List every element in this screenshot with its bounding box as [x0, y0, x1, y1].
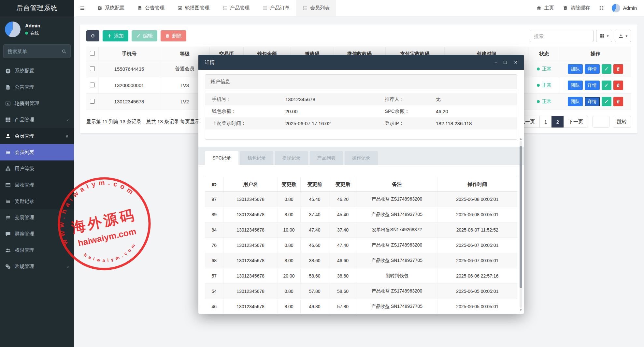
sidebar-menu-item[interactable]: 权限管理 [0, 242, 74, 258]
column-header[interactable]: 手机号 [98, 47, 160, 61]
expand-icon [599, 6, 604, 10]
detail-button[interactable]: 详情 [585, 81, 600, 90]
top-nav-item[interactable]: 系统配置 [91, 0, 131, 16]
detail-button[interactable]: 详情 [585, 64, 600, 74]
page-number-button[interactable]: 2 [551, 116, 564, 128]
minimize-icon[interactable]: – [494, 60, 497, 65]
sidebar-menu-item[interactable]: 轮播图管理 [0, 95, 74, 112]
user-menu[interactable]: Admin [608, 4, 640, 12]
edit-row-button[interactable] [602, 97, 611, 106]
sidebar-search-input[interactable] [7, 49, 62, 54]
row-checkbox[interactable] [90, 83, 95, 87]
fullscreen-button[interactable] [594, 6, 608, 10]
menu-item-icon [5, 199, 11, 204]
sidebar-menu-item[interactable]: 系统配置 [0, 63, 74, 79]
info-value: 46.20 [436, 109, 517, 114]
info-label: 上次登录时间： [212, 120, 285, 127]
sidebar-menu-item[interactable]: 奖励记录 [0, 193, 74, 209]
column-header[interactable]: 状态 [529, 47, 560, 61]
sidebar-menu-item[interactable]: 会员管理 ∨ [0, 128, 74, 144]
pagination: 上一页 12 下一页 跳转 [515, 116, 631, 128]
sidebar-menu-item[interactable]: 交易管理 [0, 209, 74, 226]
nav-item-icon [137, 6, 142, 10]
delete-row-button[interactable] [613, 64, 623, 74]
record-remark-cell: 产品收益 ZS1748963200 [357, 284, 437, 299]
phone-cell: 13012345678 [98, 94, 160, 110]
edit-row-button[interactable] [602, 64, 611, 74]
team-button[interactable]: 团队 [568, 64, 583, 74]
close-icon[interactable]: × [514, 59, 517, 66]
team-button[interactable]: 团队 [568, 81, 583, 90]
jump-button[interactable]: 跳转 [613, 116, 631, 128]
team-button[interactable]: 团队 [568, 97, 583, 106]
column-header[interactable]: 操作 [560, 47, 631, 61]
nav-item-label: 公告管理 [145, 5, 165, 11]
sidebar-menu-item[interactable]: 回收管理 [0, 177, 74, 193]
modal-scrollbar[interactable]: ▲ ▼ [519, 137, 523, 312]
page-number-button[interactable]: 1 [539, 116, 552, 128]
menu-item-label: 会员列表 [15, 149, 34, 156]
sidebar-menu-item[interactable]: 用户等级 [0, 160, 74, 177]
maximize-icon[interactable] [504, 61, 507, 64]
export-dropdown-button[interactable]: ▾ [615, 30, 631, 42]
clear-cache-link[interactable]: 清除缓存 [558, 5, 594, 11]
edit-row-button[interactable] [602, 81, 611, 90]
top-nav-item[interactable]: 会员列表 [296, 0, 336, 16]
sidebar-menu-item[interactable]: 公告管理 [0, 79, 74, 95]
top-nav-item[interactable]: 产品管理 [216, 0, 256, 16]
record-change-cell: 20.00 [278, 268, 300, 284]
status-dot-icon [537, 100, 540, 103]
edit-button[interactable]: 编辑 [132, 30, 157, 41]
home-link[interactable]: 主页 [532, 5, 558, 11]
sidebar-toggle-button[interactable] [74, 0, 91, 16]
scroll-down-icon[interactable]: ▼ [519, 309, 523, 312]
scrollbar-thumb[interactable] [520, 146, 522, 288]
next-page-button[interactable]: 下一页 [564, 116, 588, 128]
record-before-cell: 58.60 [300, 268, 329, 284]
sidebar-menu-item[interactable]: 群聊管理 [0, 226, 74, 242]
status-dot-icon [537, 84, 540, 87]
menu-item-icon [5, 215, 11, 220]
delete-row-button[interactable] [613, 81, 623, 90]
record-change-cell: 8.00 [278, 253, 300, 268]
record-tab[interactable]: 钱包记录 [240, 151, 273, 165]
row-checkbox[interactable] [90, 99, 95, 104]
add-button[interactable]: 添加 [103, 30, 128, 41]
delete-row-button[interactable] [613, 97, 623, 106]
record-header-row: ID 用户名 变更数 变更前 变更后 备注 操作时间 [205, 177, 517, 192]
row-checkbox[interactable] [90, 66, 95, 71]
account-info-title: 账户信息 [205, 75, 517, 89]
menu-item-icon [5, 117, 11, 123]
clear-cache-label: 清除缓存 [570, 5, 590, 11]
info-value: 无 [436, 96, 517, 102]
detail-button[interactable]: 详情 [585, 97, 600, 106]
record-tab[interactable]: 操作记录 [345, 151, 378, 165]
jump-page-input[interactable] [593, 116, 609, 128]
home-icon [537, 6, 541, 10]
top-nav-item[interactable]: 产品订单 [256, 0, 296, 16]
record-after-cell: 45.40 [329, 207, 357, 222]
select-all-checkbox[interactable] [90, 51, 95, 56]
phone-cell: 15507644435 [98, 61, 160, 77]
record-username-cell: 13012345678 [223, 268, 278, 284]
record-tab[interactable]: SPC记录 [205, 151, 238, 165]
record-tab[interactable]: 提现记录 [275, 151, 308, 165]
record-time-cell: 2025-06-07 00:05:01 [437, 238, 517, 253]
trash-icon [563, 6, 568, 10]
sidebar-menu-item[interactable]: 常规管理 ‹ [0, 258, 74, 275]
table-search-input[interactable] [530, 30, 594, 42]
top-nav-item[interactable]: 公告管理 [131, 0, 171, 16]
sidebar-menu-item[interactable]: 产品管理 ‹ [0, 112, 74, 128]
record-before-cell: 57.80 [300, 284, 329, 299]
scroll-up-icon[interactable]: ▲ [519, 137, 523, 140]
delete-button[interactable]: 删除 [161, 30, 186, 41]
username-label: Admin [623, 5, 637, 11]
sidebar-menu-item[interactable]: 会员列表 [0, 144, 74, 160]
search-icon[interactable] [62, 49, 66, 54]
menu-item-label: 回收管理 [15, 182, 34, 188]
refresh-button[interactable] [86, 30, 99, 41]
brand-title: 后台管理系统 [0, 0, 74, 16]
top-nav-item[interactable]: 轮播图管理 [171, 0, 216, 16]
record-tab[interactable]: 产品列表 [310, 151, 343, 165]
columns-dropdown-button[interactable]: ▾ [596, 30, 612, 42]
